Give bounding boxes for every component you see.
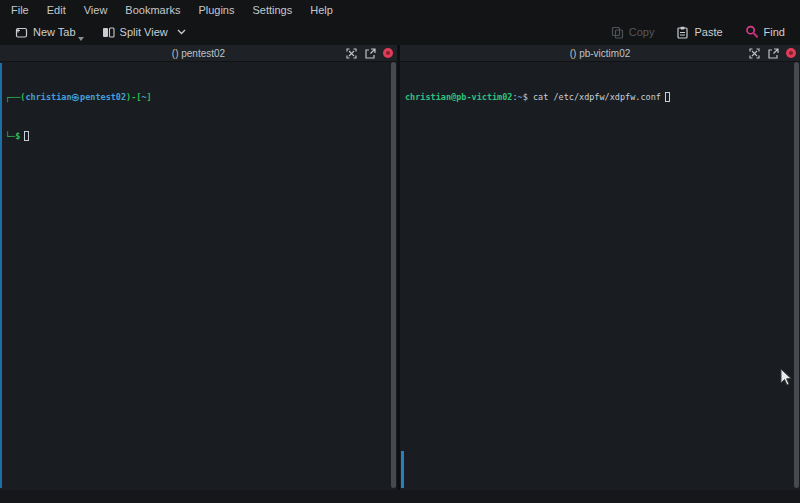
copy-button[interactable]: Copy <box>606 23 660 42</box>
maximize-view-icon[interactable] <box>749 48 760 59</box>
terminal-output-pentest02: ┌──(christian㉿pentest02)-[~] └─$ <box>0 62 397 169</box>
command-line: christian@pb-victim02:~$ cat /etc/xdpfw/… <box>405 91 800 104</box>
new-tab-label: New Tab <box>33 26 76 38</box>
split-view-button[interactable]: Split View <box>97 23 191 42</box>
menu-settings[interactable]: Settings <box>243 2 301 18</box>
menu-help[interactable]: Help <box>301 2 342 18</box>
pane-header-pb-victim02[interactable]: () pb-victim02 <box>400 45 800 62</box>
menu-bar: File Edit View Bookmarks Plugins Setting… <box>0 0 800 19</box>
copy-label: Copy <box>629 26 655 38</box>
terminal-cursor <box>24 131 29 141</box>
main-toolbar: New Tab Split View Copy Pa <box>0 19 800 45</box>
find-label: Find <box>764 26 785 38</box>
new-tab-button[interactable]: New Tab <box>10 23 89 42</box>
split-view-label: Split View <box>120 26 168 38</box>
maximize-view-icon[interactable] <box>346 48 357 59</box>
pane-controls-pb-victim02 <box>749 45 796 61</box>
scrollbar-pentest02[interactable] <box>391 62 396 488</box>
split-view-icon <box>102 26 115 39</box>
pane-controls-pentest02 <box>346 45 393 61</box>
pane-title-pentest02: () pentest02 <box>172 48 225 59</box>
window-bottom-edge <box>0 490 800 503</box>
menu-view[interactable]: View <box>75 2 117 18</box>
paste-icon <box>676 26 689 39</box>
terminal-output-pb-victim02: christian@pb-victim02:~$ cat /etc/xdpfw/… <box>400 62 800 130</box>
toolbar-right-group: Copy Paste Find <box>606 22 790 42</box>
prompt-line-1: ┌──(christian㉿pentest02)-[~] <box>5 91 397 104</box>
close-pane-button[interactable] <box>383 48 393 58</box>
chevron-down-icon <box>177 29 186 35</box>
copy-icon <box>611 26 624 39</box>
paste-label: Paste <box>694 26 722 38</box>
split-view-container: () pentest02 ┌──(christian㉿pentest02)-[~… <box>0 45 800 490</box>
pane-accent-line <box>401 451 404 488</box>
find-icon <box>745 25 759 39</box>
menu-plugins[interactable]: Plugins <box>189 2 243 18</box>
konsole-window: { "menu": { "items": ["File", "Edit", "V… <box>0 0 800 503</box>
pane-title-pb-victim02: () pb-victim02 <box>570 48 631 59</box>
pane-pentest02: () pentest02 ┌──(christian㉿pentest02)-[~… <box>0 45 397 490</box>
prompt-line-2: └─$ <box>5 130 397 143</box>
pane-header-pentest02[interactable]: () pentest02 <box>0 45 397 62</box>
pane-pb-victim02: () pb-victim02 christian@pb-victim02:~$ … <box>400 45 800 490</box>
menu-bookmarks[interactable]: Bookmarks <box>116 2 189 18</box>
detach-tab-icon[interactable] <box>767 48 779 59</box>
pane-focus-line <box>0 63 2 488</box>
detach-tab-icon[interactable] <box>364 48 376 59</box>
close-pane-button[interactable] <box>786 48 796 58</box>
menu-file[interactable]: File <box>2 2 38 18</box>
scrollbar-pb-victim02[interactable] <box>794 62 799 488</box>
caret-down-icon <box>78 37 84 41</box>
new-tab-icon <box>15 26 28 39</box>
paste-button[interactable]: Paste <box>671 23 727 42</box>
terminal-pentest02[interactable]: ┌──(christian㉿pentest02)-[~] └─$ <box>0 62 397 490</box>
terminal-pb-victim02[interactable]: christian@pb-victim02:~$ cat /etc/xdpfw/… <box>400 62 800 490</box>
terminal-cursor <box>665 92 670 102</box>
menu-edit[interactable]: Edit <box>38 2 75 18</box>
find-button[interactable]: Find <box>740 22 790 42</box>
